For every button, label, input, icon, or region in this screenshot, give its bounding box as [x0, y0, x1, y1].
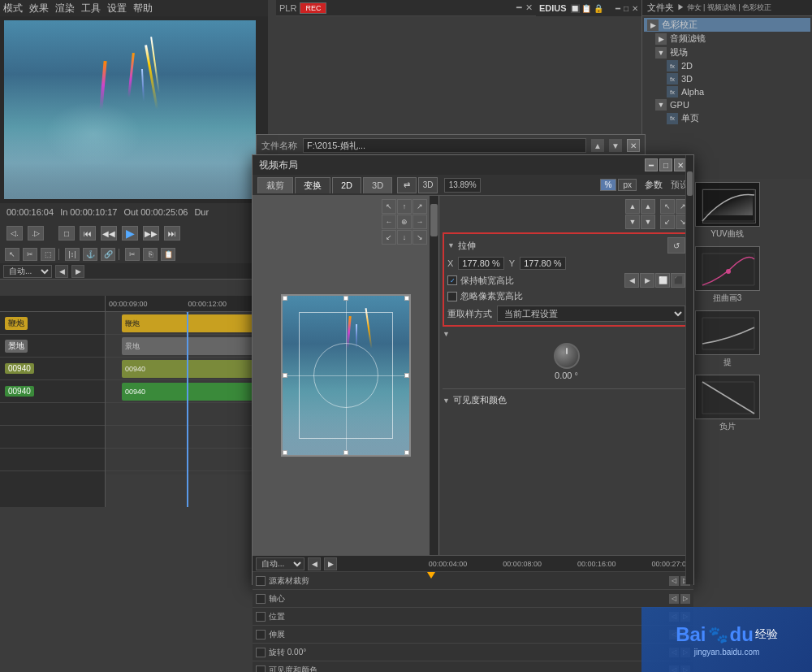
keep-ratio-checkbox[interactable]: ✓ — [447, 275, 457, 285]
kf-nav-left[interactable]: ◀ — [308, 557, 321, 570]
edius-minimize[interactable]: ━ — [615, 4, 620, 13]
tl-nav-right[interactable]: ▶ — [71, 265, 84, 278]
handle-tr[interactable] — [404, 296, 409, 301]
filter-item-alpha[interactable]: fx Alpha — [644, 85, 810, 98]
nav-up[interactable]: ↑ — [397, 199, 412, 214]
canvas-scrollbar-v[interactable] — [429, 196, 438, 555]
edius-max[interactable]: □ — [624, 4, 628, 13]
filter-item-single[interactable]: fx 单页 — [644, 111, 810, 125]
kf-cb-visibility[interactable] — [256, 665, 266, 673]
fs-tl-btn[interactable]: ↖ — [660, 199, 675, 214]
tab-2d[interactable]: 2D — [332, 177, 361, 193]
kf-cb-stretch[interactable] — [256, 630, 266, 639]
dialog-max-btn[interactable]: □ — [659, 158, 672, 171]
next-frame-btn[interactable]: ⏭ — [164, 226, 180, 241]
kf-nav-right[interactable]: ▶ — [324, 557, 337, 570]
dialog-min-btn[interactable]: ━ — [645, 158, 658, 171]
kf-cb-pivot[interactable] — [256, 594, 266, 604]
aspect-full-btn[interactable]: ⬜ — [655, 273, 670, 288]
arrow-down2-btn[interactable]: ▼ — [641, 215, 655, 229]
play-btn[interactable]: ▶ — [122, 226, 138, 241]
handle-ml[interactable] — [283, 373, 287, 378]
handle-bc[interactable] — [343, 450, 348, 455]
magnet-btn[interactable]: ⚓ — [83, 248, 97, 261]
filename-panel-close[interactable]: ✕ — [627, 139, 640, 152]
kf-next-pivot[interactable]: ▷ — [680, 594, 690, 604]
nav-left[interactable]: ← — [382, 215, 396, 229]
handle-bl[interactable] — [283, 450, 287, 455]
plr-close-btn[interactable]: ✕ — [525, 2, 533, 13]
threed-icon-btn[interactable]: 3D — [418, 177, 438, 193]
copy-btn[interactable]: ⎘ — [143, 248, 158, 261]
swap-icon-btn[interactable]: ⇄ — [397, 177, 417, 193]
filter-item-color-correct[interactable]: ▶ 色彩校正 — [644, 18, 810, 32]
insert-tool-btn[interactable]: ⬚ — [41, 248, 55, 261]
aspect-left-btn[interactable]: ◀ — [624, 273, 639, 288]
menu-help[interactable]: 帮助 — [133, 2, 153, 15]
nav-right[interactable]: → — [412, 215, 427, 229]
resample-select[interactable]: 当前工程设置 — [497, 306, 685, 322]
nav-down-right[interactable]: ↘ — [412, 230, 427, 245]
nav-up-left[interactable]: ↖ — [382, 199, 396, 214]
mark-out-btn[interactable]: .▷ — [28, 226, 44, 241]
paste-btn[interactable]: 📋 — [161, 248, 175, 261]
handle-br[interactable] — [404, 450, 409, 455]
mark-in-btn[interactable]: ◁. — [6, 226, 23, 241]
tab-3d[interactable]: 3D — [363, 177, 392, 193]
menu-tools[interactable]: 工具 — [81, 2, 101, 15]
prev-frame-btn[interactable]: ⏮ — [80, 226, 96, 241]
rewind-btn[interactable]: ◀◀ — [101, 226, 117, 241]
snap-btn[interactable]: |↕| — [65, 248, 80, 261]
menu-render[interactable]: 渲染 — [55, 2, 75, 15]
pct-toggle[interactable]: % — [600, 179, 617, 191]
aspect-crop-btn[interactable]: ⬛ — [671, 273, 685, 288]
arrow-down-btn[interactable]: ▼ — [625, 215, 640, 229]
kf-prev-pivot[interactable]: ◁ — [669, 594, 679, 604]
arrow-up-btn[interactable]: ▲ — [625, 199, 640, 214]
kf-cb-source[interactable] — [256, 576, 266, 586]
menu-settings[interactable]: 设置 — [107, 2, 127, 15]
filter-item-2d[interactable]: fx 2D — [644, 59, 810, 72]
ignore-pixel-checkbox[interactable] — [447, 292, 457, 301]
fast-fwd-btn[interactable]: ▶▶ — [143, 226, 159, 241]
stop-btn[interactable]: □ — [58, 226, 75, 241]
filter-item-3d[interactable]: fx 3D — [644, 72, 810, 85]
fs-bl-btn[interactable]: ↙ — [660, 215, 675, 229]
nav-down-left[interactable]: ↙ — [382, 230, 396, 245]
stretch-reset-btn[interactable]: ↺ — [667, 237, 685, 254]
zoom-input[interactable] — [444, 178, 481, 193]
edius-close[interactable]: ✕ — [632, 4, 638, 13]
nav-center[interactable]: ⊕ — [397, 215, 412, 229]
aspect-right-btn[interactable]: ▶ — [640, 273, 654, 288]
filename-scroll-down[interactable]: ▼ — [609, 139, 622, 152]
menu-effect[interactable]: 效果 — [29, 2, 49, 15]
filter-item-audio[interactable]: ▶ 音频滤镜 — [644, 32, 810, 46]
link-btn[interactable]: 🔗 — [101, 248, 115, 261]
nav-down[interactable]: ↓ — [397, 230, 412, 245]
filter-item-scene[interactable]: ▼ 视场 — [644, 46, 810, 59]
tab-transform[interactable]: 变换 — [295, 177, 330, 193]
cursor-tool-btn[interactable]: ↖ — [5, 248, 19, 261]
filter-item-gpu[interactable]: ▼ GPU — [644, 98, 810, 111]
plr-minimize-btn[interactable]: ━ — [516, 2, 522, 13]
keyword-select[interactable]: 自动... — [3, 265, 52, 278]
filename-scroll-up[interactable]: ▲ — [591, 139, 604, 152]
kf-cb-position[interactable] — [256, 612, 266, 622]
params-tab[interactable]: 参数 — [645, 179, 663, 191]
tl-nav-left[interactable]: ◀ — [55, 265, 68, 278]
filename-input[interactable] — [303, 138, 586, 153]
nav-up-right[interactable]: ↗ — [412, 199, 427, 214]
rotation-knob[interactable] — [554, 343, 580, 369]
handle-tl[interactable] — [283, 296, 287, 301]
cut-btn[interactable]: ✂ — [125, 248, 140, 261]
handle-mr[interactable] — [404, 373, 409, 378]
tab-crop[interactable]: 裁剪 — [257, 177, 293, 193]
controls-scrollbar[interactable] — [685, 196, 693, 555]
px-toggle[interactable]: px — [618, 179, 637, 191]
handle-tc[interactable] — [343, 296, 348, 301]
kf-prev-source[interactable]: ◁ — [669, 576, 679, 586]
menu-mode[interactable]: 模式 — [3, 2, 23, 15]
arrow-up2-btn[interactable]: ▲ — [641, 199, 655, 214]
kf-cb-rotation[interactable] — [256, 648, 266, 657]
auto-select[interactable]: 自动... — [256, 557, 304, 570]
